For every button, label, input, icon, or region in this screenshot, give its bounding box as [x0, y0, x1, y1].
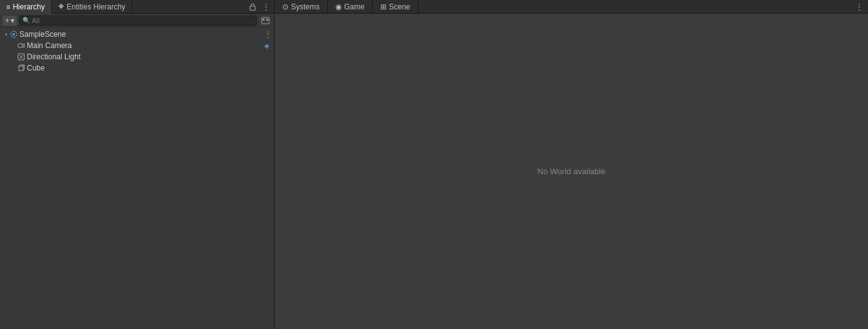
search-box: 🔍	[19, 16, 257, 26]
tab-hierarchy[interactable]: ≡ Hierarchy	[0, 0, 52, 14]
svg-rect-2	[263, 19, 265, 21]
tab-entities-hierarchy[interactable]: ❖ Entities Hierarchy	[52, 0, 132, 14]
expand-arrow: ▾	[2, 32, 10, 37]
svg-point-5	[12, 33, 15, 36]
scene-tab-icon: ⊞	[380, 2, 387, 11]
scene-root-item[interactable]: ▾ SampleScene ⋮	[0, 29, 274, 40]
panel-more-button[interactable]: ⋮	[260, 1, 272, 12]
cube-icon	[17, 64, 25, 72]
entities-icon: ❖	[58, 2, 64, 11]
app-container: ≡ Hierarchy ❖ Entities Hierarchy	[0, 0, 868, 329]
scene-icon	[10, 31, 17, 38]
left-panel: ≡ Hierarchy ❖ Entities Hierarchy	[0, 0, 275, 329]
directional-light-label: Directional Light	[27, 52, 81, 61]
add-dropdown-icon: ▾	[11, 16, 14, 25]
game-tab-label: Game	[344, 2, 365, 11]
filter-icon	[261, 16, 270, 25]
hierarchy-tree: ▾ SampleScene ⋮	[0, 27, 274, 329]
viewport-content: No World available	[275, 14, 868, 329]
viewport-tab-systems[interactable]: ⊙ Systems	[275, 0, 328, 14]
add-label: +	[5, 16, 9, 25]
search-input[interactable]	[32, 17, 254, 24]
svg-marker-7	[22, 44, 24, 47]
camera-icon	[17, 42, 25, 49]
svg-rect-6	[18, 44, 22, 47]
systems-tab-icon: ⊙	[282, 2, 289, 11]
viewport-tab-scene[interactable]: ⊞ Scene	[373, 0, 418, 14]
lock-button[interactable]	[247, 2, 258, 12]
scene-label: SampleScene	[19, 30, 262, 39]
camera-badge: ◈	[264, 42, 274, 50]
main-camera-label: Main Camera	[27, 41, 72, 50]
scene-tab-label: Scene	[389, 2, 410, 11]
viewport-tab-game[interactable]: ◉ Game	[328, 0, 373, 14]
add-button[interactable]: + ▾	[2, 16, 17, 26]
light-icon	[17, 53, 25, 61]
tree-item-cube[interactable]: Cube	[0, 62, 274, 74]
tab-entities-label: Entities Hierarchy	[67, 2, 126, 11]
svg-rect-0	[250, 6, 255, 11]
tree-item-main-camera[interactable]: Main Camera ◈	[0, 40, 274, 51]
scene-more-button[interactable]: ⋮	[262, 29, 274, 40]
panel-more-icon: ⋮	[262, 2, 270, 11]
viewport-more-icon: ⋮	[856, 2, 863, 11]
panel-tabs: ≡ Hierarchy ❖ Entities Hierarchy	[0, 0, 274, 14]
panel-tab-actions: ⋮	[245, 1, 274, 12]
systems-tab-label: Systems	[291, 2, 320, 11]
no-world-text: No World available	[538, 167, 606, 176]
main-content: ≡ Hierarchy ❖ Entities Hierarchy	[0, 0, 868, 329]
search-icon: 🔍	[22, 17, 30, 24]
viewport-tabs: ⊙ Systems ◉ Game ⊞ Scene ⋮	[275, 0, 868, 14]
lock-icon	[249, 3, 256, 11]
filter-button[interactable]	[259, 15, 272, 26]
hierarchy-toolbar: + ▾ 🔍	[0, 14, 274, 27]
tab-hierarchy-label: Hierarchy	[12, 2, 44, 11]
tree-children: Main Camera ◈ Directional Light	[0, 40, 274, 74]
game-tab-icon: ◉	[335, 2, 342, 11]
svg-rect-3	[267, 19, 269, 21]
right-panel: ⊙ Systems ◉ Game ⊞ Scene ⋮ No World av	[275, 0, 868, 329]
hierarchy-icon: ≡	[6, 3, 10, 11]
viewport-more-button[interactable]: ⋮	[851, 1, 868, 12]
svg-rect-11	[19, 66, 23, 71]
tree-item-directional-light[interactable]: Directional Light	[0, 51, 274, 62]
cube-label: Cube	[27, 64, 45, 72]
